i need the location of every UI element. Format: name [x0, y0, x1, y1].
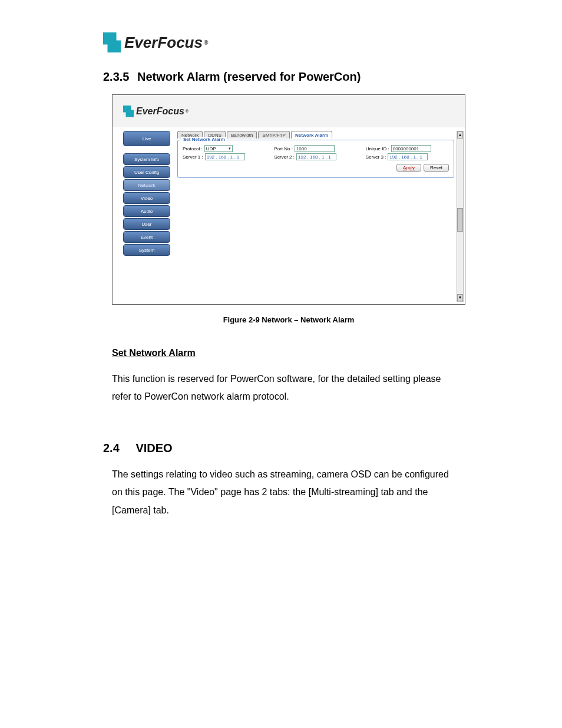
scroll-up-icon[interactable]: ▴	[457, 131, 463, 139]
unique-id-label: Unique ID :	[366, 146, 389, 151]
panel-brand-name: EverFocus	[136, 106, 184, 117]
vertical-scrollbar[interactable]: ▴ ▾	[457, 131, 464, 302]
sidebar-item-audio[interactable]: Audio	[123, 205, 170, 217]
port-no-input[interactable]: 1000	[295, 145, 335, 152]
tab-bandwidth[interactable]: Bandwidth	[227, 131, 257, 139]
brand-registered: ®	[204, 39, 208, 46]
reset-button[interactable]: Reset	[424, 164, 449, 172]
scroll-thumb[interactable]	[457, 208, 463, 232]
content-area: Network DDNS Bandwidth SMTP/FTP Network …	[177, 131, 454, 302]
page-header-brand: EverFocus ®	[103, 32, 515, 52]
sidebar-item-video[interactable]: Video	[123, 192, 170, 204]
section-number: 2.3.5	[103, 70, 129, 83]
server3-label: Server 3 :	[366, 154, 386, 160]
section-title: Network Alarm (reserved for PowerCon)	[137, 70, 361, 83]
paragraph-24: The settings relating to video such as s…	[112, 466, 462, 519]
server2-input[interactable]: 192 . 168 . 1 . 1	[296, 153, 336, 160]
server1-input[interactable]: 192 . 168 . 1 . 1	[205, 153, 245, 160]
brand-name: EverFocus	[124, 34, 203, 52]
figure-caption: Figure 2-9 Network – Network Alarm	[112, 315, 465, 324]
subsection-heading: Set Network Alarm	[112, 348, 515, 358]
panel-header: EverFocus ®	[113, 95, 465, 127]
sidebar-item-system-info[interactable]: System Info	[123, 153, 170, 165]
port-no-label: Port No :	[274, 146, 293, 151]
set-network-alarm-fieldset: Set Network Alarm Protocol : UDP ▾ Port	[177, 140, 454, 178]
brand-logo-icon	[103, 32, 121, 52]
section-heading-24: 2.4 VIDEO	[103, 442, 515, 455]
protocol-select[interactable]: UDP ▾	[204, 145, 233, 152]
section-number-24: 2.4	[103, 442, 120, 454]
unique-id-input[interactable]: 0000000001	[391, 145, 431, 152]
sidebar-item-system[interactable]: System	[123, 244, 170, 256]
sidebar: Live System Info User Config Network Vid…	[123, 131, 170, 256]
sidebar-item-event[interactable]: Event	[123, 231, 170, 243]
screenshot-panel: EverFocus ® Live System Info User Config…	[112, 94, 465, 305]
apply-button[interactable]: Apply	[396, 164, 421, 172]
scroll-down-icon[interactable]: ▾	[457, 294, 463, 301]
sidebar-item-user-config[interactable]: User Config	[123, 166, 170, 178]
tab-smtp-ftp[interactable]: SMTP/FTP	[258, 131, 290, 139]
panel-logo-icon	[123, 106, 134, 117]
sidebar-item-user[interactable]: User	[123, 218, 170, 230]
panel-brand-registered: ®	[186, 109, 189, 113]
section-title-24: VIDEO	[135, 442, 172, 454]
sidebar-item-live[interactable]: Live	[123, 131, 170, 146]
fieldset-legend: Set Network Alarm	[181, 137, 227, 142]
tab-network-alarm[interactable]: Network Alarm	[291, 131, 332, 139]
chevron-down-icon: ▾	[229, 146, 231, 151]
section-heading-235: 2.3.5 Network Alarm (reserved for PowerC…	[103, 70, 515, 84]
protocol-value: UDP	[206, 146, 216, 151]
sidebar-item-network[interactable]: Network	[123, 179, 170, 191]
protocol-label: Protocol :	[183, 146, 203, 151]
server2-label: Server 2 :	[274, 154, 295, 160]
server1-label: Server 1 :	[183, 154, 203, 160]
server3-input[interactable]: 192 . 168 . 1 . 1	[388, 153, 428, 160]
paragraph-235: This function is reserved for PowerCon s…	[112, 370, 462, 406]
